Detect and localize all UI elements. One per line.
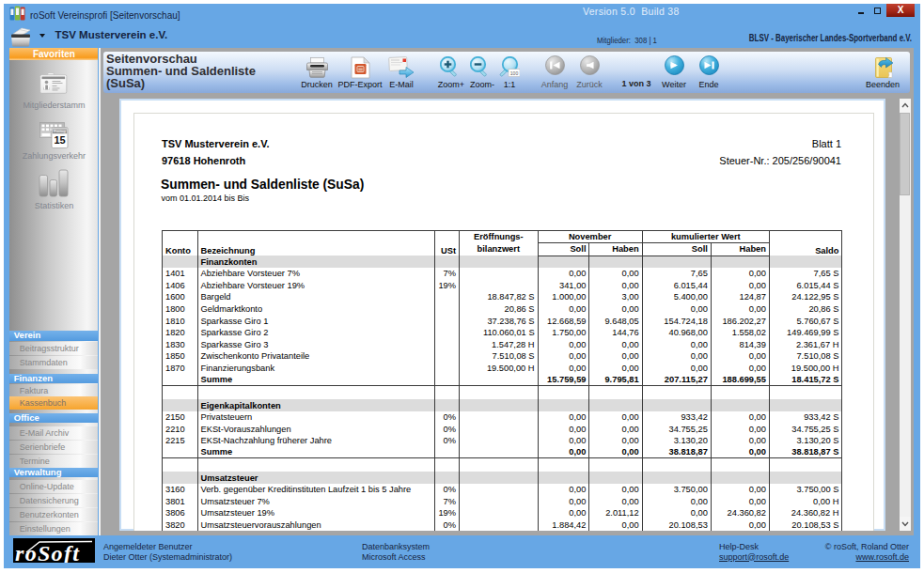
- svg-text:100: 100: [510, 70, 519, 76]
- svg-text:roSoft: roSoft: [15, 541, 80, 563]
- svg-text:Freitag: Freitag: [54, 129, 65, 133]
- svg-text:15: 15: [54, 134, 65, 146]
